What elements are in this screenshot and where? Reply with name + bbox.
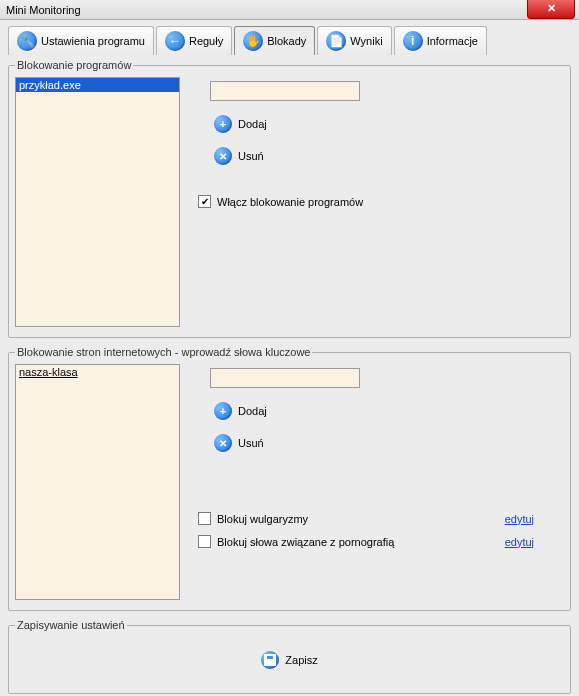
checkbox-icon: [198, 535, 211, 548]
site-input[interactable]: [210, 368, 360, 388]
tab-label: Wyniki: [350, 35, 382, 47]
checkbox-icon: [198, 512, 211, 525]
window-title: Mini Monitoring: [6, 4, 81, 16]
checkbox-icon: ✔: [198, 195, 211, 208]
legend-programs: Blokowanie programów: [15, 59, 133, 71]
tab-settings[interactable]: 🔧 Ustawienia programu: [8, 26, 154, 55]
tab-label: Blokady: [267, 35, 306, 47]
block-porn-checkbox[interactable]: Blokuj słowa związane z pornografią: [198, 535, 394, 548]
sites-listbox[interactable]: nasza-klasa: [15, 364, 180, 600]
add-site-button[interactable]: Dodaj: [214, 402, 564, 420]
program-input[interactable]: [210, 81, 360, 101]
add-label: Dodaj: [238, 405, 267, 417]
save-icon: [261, 651, 279, 669]
fieldset-save: Zapisywanie ustawień Zapisz: [8, 619, 571, 694]
list-item[interactable]: nasza-klasa: [16, 365, 179, 379]
content-area: Blokowanie programów przykład.exe Dodaj …: [0, 59, 579, 696]
remove-site-button[interactable]: Usuń: [214, 434, 564, 452]
plus-icon: [214, 402, 232, 420]
plus-icon: [214, 115, 232, 133]
tab-info[interactable]: i Informacje: [394, 26, 487, 55]
programs-listbox[interactable]: przykład.exe: [15, 77, 180, 327]
enable-blocking-checkbox[interactable]: ✔ Włącz blokowanie programów: [198, 195, 564, 208]
tab-label: Informacje: [427, 35, 478, 47]
remove-label: Usuń: [238, 150, 264, 162]
tab-label: Reguły: [189, 35, 223, 47]
legend-save: Zapisywanie ustawień: [15, 619, 127, 631]
tab-label: Ustawienia programu: [41, 35, 145, 47]
hand-icon: ✋: [243, 31, 263, 51]
legend-sites: Blokowanie stron internetowych - wprowad…: [15, 346, 312, 358]
info-icon: i: [403, 31, 423, 51]
tab-blocks[interactable]: ✋ Blokady: [234, 26, 315, 55]
save-label: Zapisz: [285, 654, 317, 666]
add-program-button[interactable]: Dodaj: [214, 115, 564, 133]
close-icon: ✕: [547, 2, 556, 15]
enable-label: Włącz blokowanie programów: [217, 196, 363, 208]
block-vulgar-checkbox[interactable]: Blokuj wulgaryzmy: [198, 512, 308, 525]
x-icon: [214, 147, 232, 165]
block-porn-label: Blokuj słowa związane z pornografią: [217, 536, 394, 548]
edit-vulgar-link[interactable]: edytuj: [505, 513, 534, 525]
remove-program-button[interactable]: Usuń: [214, 147, 564, 165]
gear-icon: 🔧: [17, 31, 37, 51]
fieldset-sites: Blokowanie stron internetowych - wprowad…: [8, 346, 571, 611]
arrow-left-icon: ←: [165, 31, 185, 51]
list-item[interactable]: przykład.exe: [16, 78, 179, 92]
add-label: Dodaj: [238, 118, 267, 130]
fieldset-programs: Blokowanie programów przykład.exe Dodaj …: [8, 59, 571, 338]
tab-results[interactable]: 📄 Wyniki: [317, 26, 391, 55]
document-icon: 📄: [326, 31, 346, 51]
x-icon: [214, 434, 232, 452]
save-button[interactable]: Zapisz: [15, 637, 564, 683]
close-button[interactable]: ✕: [527, 0, 575, 19]
tab-rules[interactable]: ← Reguły: [156, 26, 232, 55]
remove-label: Usuń: [238, 437, 264, 449]
titlebar: Mini Monitoring ✕: [0, 0, 579, 20]
edit-porn-link[interactable]: edytuj: [505, 536, 534, 548]
block-vulgar-label: Blokuj wulgaryzmy: [217, 513, 308, 525]
tab-bar: 🔧 Ustawienia programu ← Reguły ✋ Blokady…: [0, 20, 579, 55]
